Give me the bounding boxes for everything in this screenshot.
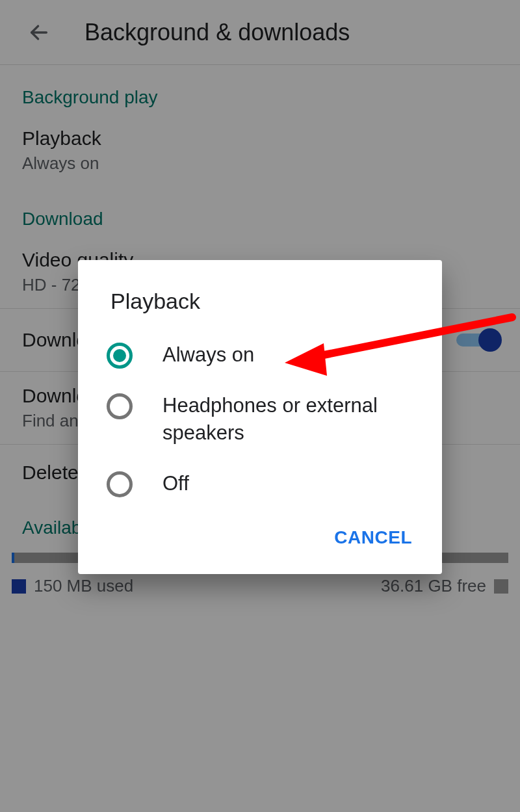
settings-page: Background & downloads Background play P… <box>0 0 520 812</box>
dialog-title: Playback <box>78 260 442 330</box>
playback-dialog: Playback Always on Headphones or externa… <box>78 260 442 574</box>
dialog-actions: CANCEL <box>78 509 442 570</box>
radio-option-always-on[interactable]: Always on <box>78 330 442 380</box>
radio-label: Off <box>162 470 189 497</box>
radio-label: Always on <box>162 341 254 369</box>
radio-icon <box>107 471 133 497</box>
cancel-button[interactable]: CANCEL <box>322 521 424 555</box>
radio-option-headphones[interactable]: Headphones or external speakers <box>78 380 442 458</box>
radio-option-off[interactable]: Off <box>78 458 442 509</box>
radio-icon <box>107 343 133 369</box>
radio-label: Headphones or external speakers <box>162 392 413 447</box>
radio-icon <box>107 393 133 419</box>
